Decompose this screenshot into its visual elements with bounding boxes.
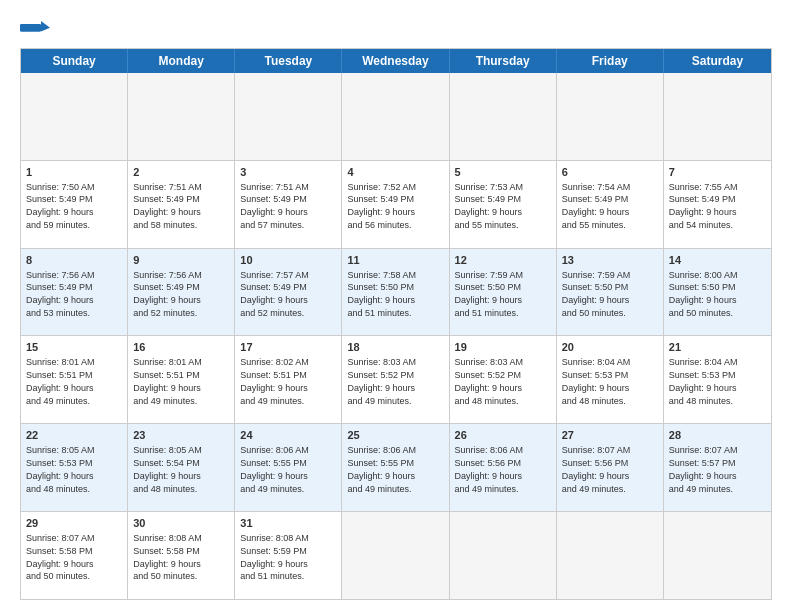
daylight-line2: and 48 minutes. <box>562 396 626 406</box>
day-cell-15: 15Sunrise: 8:01 AMSunset: 5:51 PMDayligh… <box>21 336 128 423</box>
daylight-line2: and 48 minutes. <box>26 484 90 494</box>
sunset-line: Sunset: 5:49 PM <box>133 194 200 204</box>
daylight-line2: and 48 minutes. <box>455 396 519 406</box>
sunset-line: Sunset: 5:49 PM <box>240 282 307 292</box>
day-number: 29 <box>26 516 122 531</box>
daylight-line1: Daylight: 9 hours <box>562 383 630 393</box>
sunrise-line: Sunrise: 8:01 AM <box>133 357 202 367</box>
sunset-line: Sunset: 5:49 PM <box>455 194 522 204</box>
sunrise-line: Sunrise: 8:03 AM <box>455 357 524 367</box>
day-number: 31 <box>240 516 336 531</box>
day-cell-6: 6Sunrise: 7:54 AMSunset: 5:49 PMDaylight… <box>557 161 664 248</box>
sunrise-line: Sunrise: 8:05 AM <box>133 445 202 455</box>
sunrise-line: Sunrise: 7:55 AM <box>669 182 738 192</box>
sunrise-line: Sunrise: 7:53 AM <box>455 182 524 192</box>
day-cell-23: 23Sunrise: 8:05 AMSunset: 5:54 PMDayligh… <box>128 424 235 511</box>
sunset-line: Sunset: 5:55 PM <box>240 458 307 468</box>
day-number: 8 <box>26 253 122 268</box>
empty-cell-0-0 <box>21 73 128 160</box>
day-number: 24 <box>240 428 336 443</box>
day-cell-18: 18Sunrise: 8:03 AMSunset: 5:52 PMDayligh… <box>342 336 449 423</box>
sunset-line: Sunset: 5:49 PM <box>240 194 307 204</box>
daylight-line1: Daylight: 9 hours <box>133 383 201 393</box>
sunrise-line: Sunrise: 8:06 AM <box>240 445 309 455</box>
empty-cell-0-4 <box>450 73 557 160</box>
daylight-line2: and 50 minutes. <box>26 571 90 581</box>
day-number: 10 <box>240 253 336 268</box>
sunrise-line: Sunrise: 7:52 AM <box>347 182 416 192</box>
daylight-line1: Daylight: 9 hours <box>26 559 94 569</box>
sunset-line: Sunset: 5:50 PM <box>669 282 736 292</box>
day-cell-30: 30Sunrise: 8:08 AMSunset: 5:58 PMDayligh… <box>128 512 235 599</box>
day-cell-27: 27Sunrise: 8:07 AMSunset: 5:56 PMDayligh… <box>557 424 664 511</box>
sunrise-line: Sunrise: 8:02 AM <box>240 357 309 367</box>
day-number: 20 <box>562 340 658 355</box>
sunrise-line: Sunrise: 8:03 AM <box>347 357 416 367</box>
daylight-line2: and 49 minutes. <box>669 484 733 494</box>
header-day-friday: Friday <box>557 49 664 73</box>
daylight-line2: and 49 minutes. <box>347 484 411 494</box>
sunset-line: Sunset: 5:56 PM <box>455 458 522 468</box>
daylight-line1: Daylight: 9 hours <box>133 471 201 481</box>
daylight-line2: and 51 minutes. <box>347 308 411 318</box>
sunrise-line: Sunrise: 7:59 AM <box>455 270 524 280</box>
day-cell-3: 3Sunrise: 7:51 AMSunset: 5:49 PMDaylight… <box>235 161 342 248</box>
day-cell-17: 17Sunrise: 8:02 AMSunset: 5:51 PMDayligh… <box>235 336 342 423</box>
day-cell-31: 31Sunrise: 8:08 AMSunset: 5:59 PMDayligh… <box>235 512 342 599</box>
sunrise-line: Sunrise: 7:51 AM <box>133 182 202 192</box>
sunset-line: Sunset: 5:49 PM <box>26 282 93 292</box>
daylight-line2: and 48 minutes. <box>669 396 733 406</box>
calendar-row-1: 1Sunrise: 7:50 AMSunset: 5:49 PMDaylight… <box>21 160 771 248</box>
empty-cell-0-1 <box>128 73 235 160</box>
day-number: 21 <box>669 340 766 355</box>
day-number: 23 <box>133 428 229 443</box>
day-cell-20: 20Sunrise: 8:04 AMSunset: 5:53 PMDayligh… <box>557 336 664 423</box>
daylight-line1: Daylight: 9 hours <box>347 295 415 305</box>
sunset-line: Sunset: 5:55 PM <box>347 458 414 468</box>
daylight-line1: Daylight: 9 hours <box>455 295 523 305</box>
day-number: 15 <box>26 340 122 355</box>
day-cell-8: 8Sunrise: 7:56 AMSunset: 5:49 PMDaylight… <box>21 249 128 336</box>
sunrise-line: Sunrise: 7:57 AM <box>240 270 309 280</box>
sunset-line: Sunset: 5:49 PM <box>562 194 629 204</box>
day-cell-28: 28Sunrise: 8:07 AMSunset: 5:57 PMDayligh… <box>664 424 771 511</box>
header-day-saturday: Saturday <box>664 49 771 73</box>
daylight-line1: Daylight: 9 hours <box>26 295 94 305</box>
sunrise-line: Sunrise: 8:06 AM <box>347 445 416 455</box>
sunset-line: Sunset: 5:49 PM <box>133 282 200 292</box>
daylight-line1: Daylight: 9 hours <box>347 471 415 481</box>
sunrise-line: Sunrise: 7:58 AM <box>347 270 416 280</box>
sunset-line: Sunset: 5:50 PM <box>562 282 629 292</box>
daylight-line1: Daylight: 9 hours <box>669 295 737 305</box>
sunset-line: Sunset: 5:51 PM <box>240 370 307 380</box>
daylight-line1: Daylight: 9 hours <box>669 207 737 217</box>
daylight-line1: Daylight: 9 hours <box>133 207 201 217</box>
day-cell-9: 9Sunrise: 7:56 AMSunset: 5:49 PMDaylight… <box>128 249 235 336</box>
sunrise-line: Sunrise: 8:07 AM <box>26 533 95 543</box>
daylight-line1: Daylight: 9 hours <box>240 471 308 481</box>
empty-cell-5-6 <box>664 512 771 599</box>
daylight-line1: Daylight: 9 hours <box>133 559 201 569</box>
daylight-line1: Daylight: 9 hours <box>26 207 94 217</box>
daylight-line1: Daylight: 9 hours <box>26 471 94 481</box>
day-number: 28 <box>669 428 766 443</box>
day-number: 25 <box>347 428 443 443</box>
logo <box>20 18 50 38</box>
day-number: 4 <box>347 165 443 180</box>
daylight-line2: and 49 minutes. <box>133 396 197 406</box>
empty-cell-0-5 <box>557 73 664 160</box>
day-number: 1 <box>26 165 122 180</box>
day-number: 5 <box>455 165 551 180</box>
day-cell-14: 14Sunrise: 8:00 AMSunset: 5:50 PMDayligh… <box>664 249 771 336</box>
sunrise-line: Sunrise: 8:05 AM <box>26 445 95 455</box>
day-cell-26: 26Sunrise: 8:06 AMSunset: 5:56 PMDayligh… <box>450 424 557 511</box>
daylight-line1: Daylight: 9 hours <box>240 559 308 569</box>
sunrise-line: Sunrise: 7:51 AM <box>240 182 309 192</box>
logo-icon <box>20 18 50 36</box>
day-cell-13: 13Sunrise: 7:59 AMSunset: 5:50 PMDayligh… <box>557 249 664 336</box>
daylight-line1: Daylight: 9 hours <box>455 207 523 217</box>
day-number: 6 <box>562 165 658 180</box>
sunset-line: Sunset: 5:50 PM <box>455 282 522 292</box>
day-cell-1: 1Sunrise: 7:50 AMSunset: 5:49 PMDaylight… <box>21 161 128 248</box>
sunset-line: Sunset: 5:49 PM <box>347 194 414 204</box>
